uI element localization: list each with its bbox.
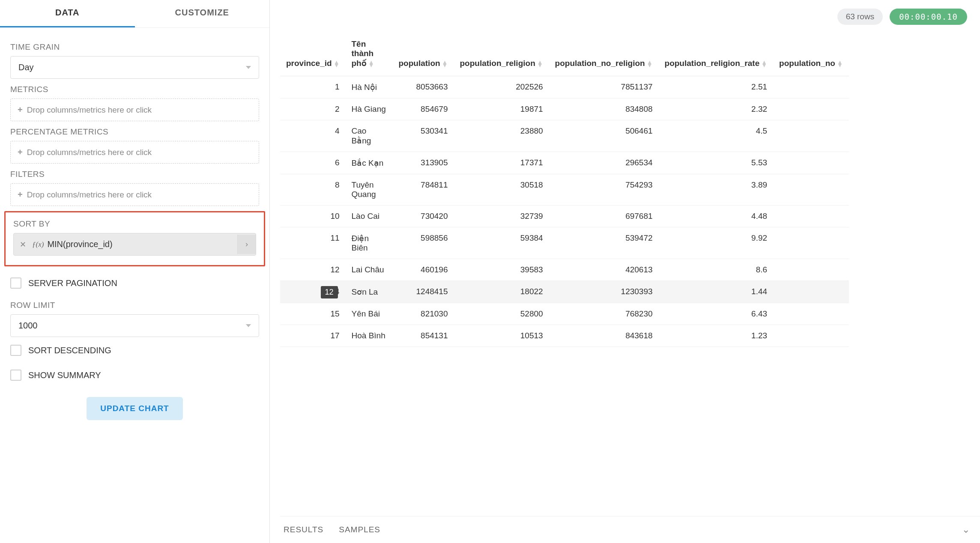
row-limit-select[interactable]: 1000 <box>10 314 259 337</box>
table-row[interactable]: 15Yên Bái821030528007682306.43 <box>280 303 849 325</box>
column-header-population_religion_rate[interactable]: population_religion_rate▲▼ <box>659 33 774 76</box>
cell-population: 730420 <box>393 206 454 227</box>
chevron-down-icon <box>246 324 251 327</box>
cell-population_religion_rate: 6.43 <box>659 303 774 325</box>
config-tabs: DATA CUSTOMIZE <box>0 0 269 28</box>
cell-population_religion_rate: 5.53 <box>659 152 774 174</box>
metrics-label: METRICS <box>10 85 263 94</box>
sort-caret-icon: ▲▼ <box>537 61 543 67</box>
tab-data[interactable]: DATA <box>0 0 135 27</box>
chevron-right-icon[interactable]: › <box>237 235 256 254</box>
column-header-city[interactable]: Tên thành phố▲▼ <box>346 33 393 76</box>
cell-population_no_religion: 843618 <box>549 325 659 347</box>
column-header-population_no_religion[interactable]: population_no_religion▲▼ <box>549 33 659 76</box>
cell-province_id: 17 <box>280 325 346 347</box>
table-row[interactable]: 2Hà Giang854679198718348082.32 <box>280 98 849 120</box>
server-pagination-checkbox[interactable] <box>10 277 21 289</box>
column-header-population[interactable]: population▲▼ <box>393 33 454 76</box>
metrics-dropzone[interactable]: + Drop columns/metrics here or click <box>10 98 259 121</box>
column-header-province_id[interactable]: province_id▲▼ <box>280 33 346 76</box>
cell-population_no_religion: 768230 <box>549 303 659 325</box>
remove-sort-icon[interactable]: ✕ <box>14 235 32 254</box>
percentage-metrics-dropzone[interactable]: + Drop columns/metrics here or click <box>10 141 259 164</box>
cell-population_religion: 23880 <box>454 120 549 152</box>
cell-population_no <box>773 174 849 206</box>
config-panel: DATA CUSTOMIZE TIME GRAIN Day METRICS + … <box>0 0 270 543</box>
tab-customize[interactable]: CUSTOMIZE <box>135 0 270 27</box>
cell-city: Sơn La <box>346 281 393 303</box>
cell-population_religion_rate: 4.48 <box>659 206 774 227</box>
show-summary-label: SHOW SUMMARY <box>28 370 101 380</box>
cell-population: 784811 <box>393 174 454 206</box>
table-row[interactable]: 6Bắc Kạn313905173712965345.53 <box>280 152 849 174</box>
cell-population_no_religion: 539472 <box>549 227 659 259</box>
cell-province_id: 8 <box>280 174 346 206</box>
table-row[interactable]: 17Hoà Bình854131105138436181.23 <box>280 325 849 347</box>
cell-province_id: 1 <box>280 76 346 98</box>
cell-province_id: 10 <box>280 206 346 227</box>
table-scroll[interactable]: province_id▲▼Tên thành phố▲▼population▲▼… <box>280 33 980 516</box>
table-row[interactable]: 1Hà Nội805366320252678511372.51 <box>280 76 849 98</box>
cell-city: Cao Bằng <box>346 120 393 152</box>
row-tooltip: 12 <box>320 286 338 298</box>
metrics-placeholder: Drop columns/metrics here or click <box>27 105 152 115</box>
table-row[interactable]: 12Lai Châu460196395834206138.6 <box>280 259 849 281</box>
cell-province_id: 12 <box>280 259 346 281</box>
time-grain-label: TIME GRAIN <box>10 42 263 52</box>
query-time-pill: 00:00:00.10 <box>890 9 967 25</box>
table-row[interactable]: 4Cao Bằng530341238805064614.5 <box>280 120 849 152</box>
cell-province_id: 2 <box>280 98 346 120</box>
sort-by-pill[interactable]: ✕ ƒ(x) MIN(province_id) › <box>13 233 256 256</box>
cell-population: 313905 <box>393 152 454 174</box>
cell-population_religion: 39583 <box>454 259 549 281</box>
cell-population_no_religion: 506461 <box>549 120 659 152</box>
cell-city: Điện Biên <box>346 227 393 259</box>
cell-province_id: 1412 <box>280 281 346 303</box>
cell-population_no <box>773 259 849 281</box>
time-grain-value: Day <box>18 63 34 72</box>
plus-icon: + <box>18 147 23 157</box>
column-header-population_no[interactable]: population_no▲▼ <box>773 33 849 76</box>
update-chart-button[interactable]: UPDATE CHART <box>87 397 182 420</box>
cell-city: Bắc Kạn <box>346 152 393 174</box>
server-pagination-label: SERVER PAGINATION <box>28 278 117 288</box>
chevron-down-icon <box>246 66 251 69</box>
cell-population_no_religion: 420613 <box>549 259 659 281</box>
sort-descending-checkbox[interactable] <box>10 345 21 356</box>
cell-province_id: 4 <box>280 120 346 152</box>
percentage-metrics-placeholder: Drop columns/metrics here or click <box>27 148 152 157</box>
cell-province_id: 6 <box>280 152 346 174</box>
bottom-tabs: RESULTS SAMPLES ⌄ <box>280 516 980 543</box>
chevron-down-icon[interactable]: ⌄ <box>962 524 970 535</box>
cell-population_no_religion: 697681 <box>549 206 659 227</box>
cell-population: 460196 <box>393 259 454 281</box>
cell-province_id: 15 <box>280 303 346 325</box>
cell-population_religion: 17371 <box>454 152 549 174</box>
fx-icon: ƒ(x) <box>32 240 44 249</box>
cell-population_no_religion: 834808 <box>549 98 659 120</box>
column-header-population_religion[interactable]: population_religion▲▼ <box>454 33 549 76</box>
cell-population_religion_rate: 9.92 <box>659 227 774 259</box>
cell-population_no <box>773 120 849 152</box>
table-row[interactable]: 11Điện Biên598856593845394729.92 <box>280 227 849 259</box>
cell-population_religion: 30518 <box>454 174 549 206</box>
topbar: 63 rows 00:00:00.10 <box>280 9 980 25</box>
cell-city: Yên Bái <box>346 303 393 325</box>
tab-samples[interactable]: SAMPLES <box>339 525 380 534</box>
cell-population_religion: 59384 <box>454 227 549 259</box>
cell-population_no <box>773 152 849 174</box>
cell-population_no <box>773 303 849 325</box>
cell-population_religion: 202526 <box>454 76 549 98</box>
cell-city: Hà Nội <box>346 76 393 98</box>
cell-population_religion_rate: 1.23 <box>659 325 774 347</box>
time-grain-select[interactable]: Day <box>10 56 259 79</box>
filters-dropzone[interactable]: + Drop columns/metrics here or click <box>10 183 259 206</box>
tab-results[interactable]: RESULTS <box>284 525 323 534</box>
show-summary-checkbox[interactable] <box>10 370 21 381</box>
table-row[interactable]: 8Tuyên Quang784811305187542933.89 <box>280 174 849 206</box>
cell-population_religion: 19871 <box>454 98 549 120</box>
cell-population_religion_rate: 4.5 <box>659 120 774 152</box>
filters-label: FILTERS <box>10 170 263 179</box>
table-row[interactable]: 10Lào Cai730420327396976814.48 <box>280 206 849 227</box>
table-row[interactable]: 1412Sơn La12484151802212303931.44 <box>280 281 849 303</box>
